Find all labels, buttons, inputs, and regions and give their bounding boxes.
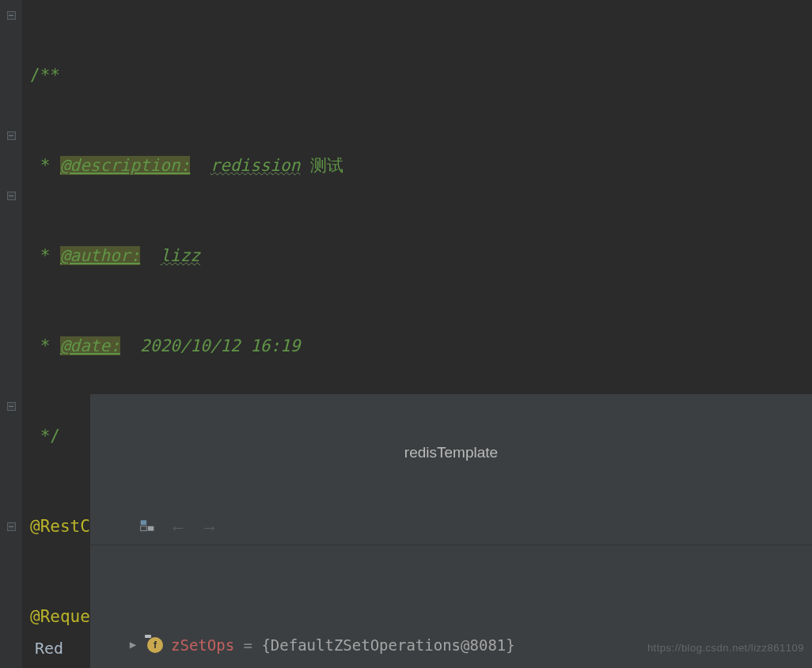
debug-value-popup: redisTemplate ← → ▶ f zSetOps = {Default… (90, 394, 812, 668)
fold-toggle[interactable]: − (0, 391, 22, 421)
field-icon: f (147, 637, 163, 653)
doc-start: /** (30, 66, 60, 85)
gutter: − − − − − (0, 0, 22, 668)
doc-tag-description: @description: (60, 156, 190, 175)
doc-tag-date: @date: (60, 336, 120, 355)
nav-forward-icon[interactable]: → (201, 516, 218, 541)
popup-title: redisTemplate (90, 434, 812, 472)
svg-rect-0 (141, 520, 147, 525)
code-area[interactable]: /** * @description: redission 测试 * @auth… (22, 0, 812, 668)
fold-toggle[interactable]: − (0, 120, 22, 150)
code-bottom-stub: Red (35, 633, 63, 663)
fold-toggle[interactable]: − (0, 0, 22, 30)
doc-date-value: 2020/10/12 16:19 (140, 336, 300, 355)
var-name: zSetOps (171, 636, 234, 654)
tree-row[interactable]: ▶ f zSetOps = {DefaultZSetOperations@808… (90, 632, 812, 659)
doc-description-value: redission (211, 156, 301, 175)
view-mode-icon[interactable] (100, 497, 155, 559)
fold-toggle[interactable]: − (0, 511, 22, 541)
editor-container: − − − − − /** * @description: redission … (0, 0, 812, 668)
doc-tag-author: @author: (60, 246, 140, 265)
expander-icon[interactable]: ▶ (127, 637, 139, 653)
svg-rect-2 (141, 526, 147, 530)
doc-description-suffix: 测试 (310, 156, 343, 175)
doc-end: */ (40, 427, 60, 446)
svg-rect-1 (148, 526, 154, 530)
popup-toolbar: ← → (90, 512, 812, 545)
fold-toggle[interactable]: − (0, 180, 22, 211)
var-value: {DefaultZSetOperations@8081} (261, 636, 514, 654)
variable-tree[interactable]: ▶ f zSetOps = {DefaultZSetOperations@808… (90, 585, 812, 668)
nav-back-icon[interactable]: ← (169, 516, 187, 541)
doc-author-value: lizz (160, 246, 200, 265)
